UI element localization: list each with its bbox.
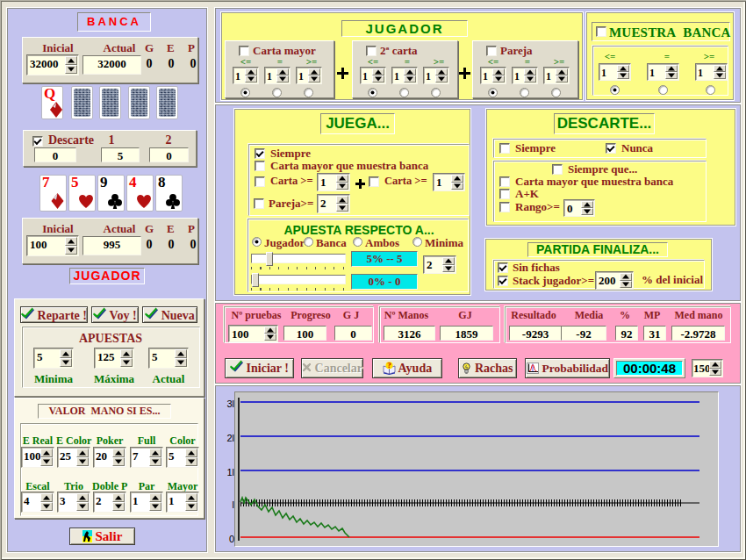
svg-text:?: ? [387, 362, 391, 370]
